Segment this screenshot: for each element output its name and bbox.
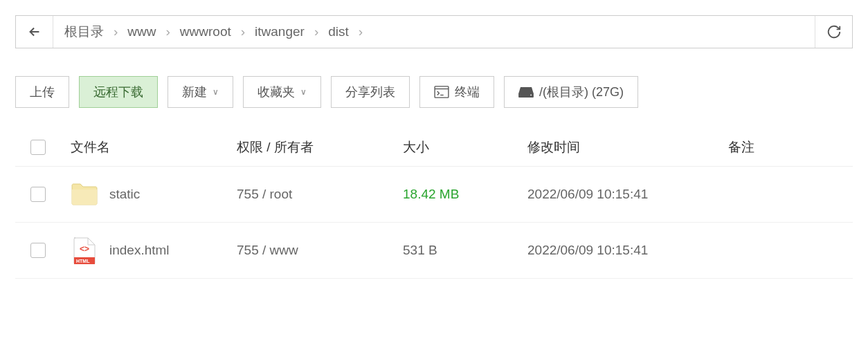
file-size: 531 B xyxy=(403,243,527,258)
share-list-button[interactable]: 分享列表 xyxy=(331,76,410,108)
svg-text:HTML: HTML xyxy=(76,259,90,263)
file-name[interactable]: index.html xyxy=(109,243,170,258)
table-row[interactable]: <>HTMLindex.html755 / www531 B2022/06/09… xyxy=(15,223,853,279)
col-header-filename[interactable]: 文件名 xyxy=(71,138,237,156)
html-file-icon: <>HTML xyxy=(71,237,98,264)
chevron-right-icon: › xyxy=(311,24,321,39)
table-header-row: 文件名 权限 / 所有者 大小 修改时间 备注 xyxy=(15,129,853,167)
new-label: 新建 xyxy=(182,84,207,100)
row-checkbox[interactable] xyxy=(30,187,46,202)
refresh-icon xyxy=(826,24,842,39)
upload-label: 上传 xyxy=(30,84,55,100)
file-mtime: 2022/06/09 10:15:41 xyxy=(527,243,728,258)
terminal-button[interactable]: 终端 xyxy=(419,76,494,108)
breadcrumb-item[interactable]: dist xyxy=(324,24,353,39)
chevron-right-icon: › xyxy=(356,24,365,39)
breadcrumb-path: 根目录›www›wwwroot›itwanger›dist› xyxy=(53,16,815,48)
breadcrumb-item[interactable]: www xyxy=(123,24,160,39)
col-header-size[interactable]: 大小 xyxy=(403,138,527,156)
col-header-perm[interactable]: 权限 / 所有者 xyxy=(237,138,403,156)
file-perm: 755 / www xyxy=(237,243,403,258)
table-row[interactable]: static755 / root18.42 MB2022/06/09 10:15… xyxy=(15,167,853,223)
remote-download-label: 远程下载 xyxy=(93,84,143,100)
breadcrumb-item[interactable]: wwwroot xyxy=(176,24,235,39)
disk-button[interactable]: /(根目录) (27G) xyxy=(504,76,638,108)
file-table: 文件名 权限 / 所有者 大小 修改时间 备注 static755 / root… xyxy=(15,129,853,279)
back-button[interactable] xyxy=(16,16,53,48)
remote-download-button[interactable]: 远程下载 xyxy=(79,76,158,108)
new-dropdown[interactable]: 新建∨ xyxy=(168,76,233,108)
chevron-right-icon: › xyxy=(163,24,173,39)
svg-text:<>: <> xyxy=(80,244,89,254)
breadcrumb-item[interactable]: itwanger xyxy=(251,24,309,39)
col-header-mtime[interactable]: 修改时间 xyxy=(527,138,728,156)
file-perm: 755 / root xyxy=(237,187,403,202)
file-mtime: 2022/06/09 10:15:41 xyxy=(527,187,728,202)
toolbar: 上传 远程下载 新建∨ 收藏夹∨ 分享列表 终端 /(根目录) (27G) xyxy=(15,76,853,108)
chevron-right-icon: › xyxy=(238,24,248,39)
chevron-down-icon: ∨ xyxy=(213,87,219,97)
arrow-left-icon xyxy=(27,24,42,39)
svg-rect-0 xyxy=(435,86,449,98)
share-list-label: 分享列表 xyxy=(345,84,395,100)
file-name[interactable]: static xyxy=(109,187,140,202)
favorites-label: 收藏夹 xyxy=(257,84,295,100)
file-size: 18.42 MB xyxy=(403,187,527,202)
refresh-button[interactable] xyxy=(815,16,852,48)
breadcrumb-bar: 根目录›www›wwwroot›itwanger›dist› xyxy=(15,15,853,48)
favorites-dropdown[interactable]: 收藏夹∨ xyxy=(243,76,321,108)
select-all-checkbox[interactable] xyxy=(30,140,46,155)
svg-point-4 xyxy=(530,95,532,96)
chevron-down-icon: ∨ xyxy=(300,87,307,97)
col-header-note[interactable]: 备注 xyxy=(728,138,853,156)
breadcrumb-item[interactable]: 根目录 xyxy=(60,23,108,41)
upload-button[interactable]: 上传 xyxy=(15,76,69,108)
disk-label: /(根目录) (27G) xyxy=(539,84,624,100)
chevron-right-icon: › xyxy=(111,24,120,39)
row-checkbox[interactable] xyxy=(30,243,46,258)
terminal-icon xyxy=(434,86,449,98)
disk-icon xyxy=(518,86,534,98)
terminal-label: 终端 xyxy=(455,84,480,100)
folder-icon xyxy=(71,180,98,208)
